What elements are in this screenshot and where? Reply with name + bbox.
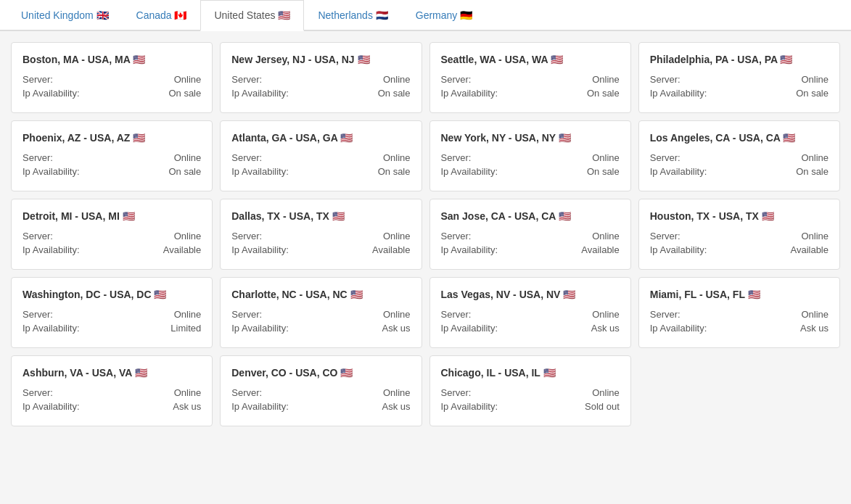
card-title: Atlanta, GA - USA, GA 🇺🇸 <box>231 132 410 144</box>
server-label: Server: <box>441 309 472 320</box>
card-ip-row: Ip Availability: Limited <box>22 323 201 334</box>
flag-icon: 🇺🇸 <box>762 210 774 222</box>
card-ip-row: Ip Availability: On sale <box>22 166 201 177</box>
server-value: Online <box>383 74 411 85</box>
server-card: Ashburn, VA - USA, VA 🇺🇸 Server: Online … <box>11 355 213 426</box>
server-value: Online <box>592 74 620 85</box>
tab-label-de: Germany 🇩🇪 <box>416 9 472 21</box>
server-value: Online <box>174 152 202 163</box>
card-ip-row: Ip Availability: Ask us <box>650 323 829 334</box>
ip-value: Ask us <box>382 401 410 412</box>
card-server-row: Server: Online <box>22 74 201 85</box>
card-title: Seattle, WA - USA, WA 🇺🇸 <box>441 54 620 65</box>
card-server-row: Server: Online <box>22 387 201 398</box>
ip-label: Ip Availability: <box>231 88 289 99</box>
server-card: Houston, TX - USA, TX 🇺🇸 Server: Online … <box>638 199 840 270</box>
ip-label: Ip Availability: <box>22 401 80 412</box>
server-label: Server: <box>441 231 472 241</box>
card-server-row: Server: Online <box>22 309 201 320</box>
flag-icon: 🇺🇸 <box>783 132 795 144</box>
ip-label: Ip Availability: <box>231 323 289 334</box>
server-label: Server: <box>22 152 53 163</box>
server-label: Server: <box>22 74 53 85</box>
ip-value: Available <box>372 244 411 255</box>
card-title: Ashburn, VA - USA, VA 🇺🇸 <box>22 367 201 379</box>
card-ip-row: Ip Availability: On sale <box>650 166 829 177</box>
card-server-row: Server: Online <box>650 231 829 241</box>
tab-uk[interactable]: United Kingdom 🇬🇧 <box>7 0 123 31</box>
server-card: Charlotte, NC - USA, NC 🇺🇸 Server: Onlin… <box>220 277 422 348</box>
server-label: Server: <box>650 74 681 85</box>
server-card: San Jose, CA - USA, CA 🇺🇸 Server: Online… <box>429 199 631 270</box>
ip-value: Ask us <box>173 401 201 412</box>
server-label: Server: <box>231 309 262 320</box>
flag-icon: 🇺🇸 <box>559 210 571 222</box>
ip-label: Ip Availability: <box>231 401 289 412</box>
card-ip-row: Ip Availability: On sale <box>22 88 201 99</box>
card-ip-row: Ip Availability: Ask us <box>22 401 201 412</box>
ip-label: Ip Availability: <box>650 88 707 99</box>
flag-icon: 🇺🇸 <box>358 54 370 65</box>
server-value: Online <box>383 309 411 320</box>
card-server-row: Server: Online <box>441 231 620 241</box>
flag-icon: 🇺🇸 <box>350 289 363 300</box>
card-ip-row: Ip Availability: Available <box>231 244 410 255</box>
card-server-row: Server: Online <box>231 309 410 320</box>
tab-nl[interactable]: Netherlands 🇳🇱 <box>304 0 401 31</box>
flag-icon: 🇺🇸 <box>123 210 135 222</box>
card-title: Philadelphia, PA - USA, PA 🇺🇸 <box>650 54 829 65</box>
card-server-row: Server: Online <box>231 152 410 163</box>
ip-value: On sale <box>378 88 411 99</box>
tab-label-ca: Canada 🇨🇦 <box>136 9 187 21</box>
card-title: Charlotte, NC - USA, NC 🇺🇸 <box>231 289 410 300</box>
server-label: Server: <box>650 231 681 241</box>
server-card: Dallas, TX - USA, TX 🇺🇸 Server: Online I… <box>220 199 422 270</box>
card-ip-row: Ip Availability: On sale <box>231 166 410 177</box>
tab-us[interactable]: United States 🇺🇸 <box>200 0 304 31</box>
server-value: Online <box>383 231 411 241</box>
server-card: Seattle, WA - USA, WA 🇺🇸 Server: Online … <box>429 42 631 113</box>
card-server-row: Server: Online <box>650 152 829 163</box>
card-ip-row: Ip Availability: Ask us <box>231 323 410 334</box>
server-card: Washington, DC - USA, DC 🇺🇸 Server: Onli… <box>11 277 213 348</box>
card-title: Boston, MA - USA, MA 🇺🇸 <box>22 54 201 65</box>
server-card: Miami, FL - USA, FL 🇺🇸 Server: Online Ip… <box>638 277 840 348</box>
server-value: Online <box>801 231 829 241</box>
server-card: Las Vegas, NV - USA, NV 🇺🇸 Server: Onlin… <box>429 277 631 348</box>
server-label: Server: <box>22 309 53 320</box>
server-card: Denver, CO - USA, CO 🇺🇸 Server: Online I… <box>220 355 422 426</box>
card-ip-row: Ip Availability: Available <box>22 244 201 255</box>
server-label: Server: <box>22 231 53 241</box>
flag-icon: 🇺🇸 <box>563 289 575 300</box>
ip-value: Sold out <box>585 401 620 412</box>
flag-icon: 🇺🇸 <box>559 132 571 144</box>
flag-icon: 🇺🇸 <box>543 367 556 379</box>
flag-icon: 🇺🇸 <box>340 132 353 144</box>
ip-value: Available <box>581 244 620 255</box>
tab-de[interactable]: Germany 🇩🇪 <box>402 0 486 31</box>
ip-value: On sale <box>587 88 620 99</box>
card-server-row: Server: Online <box>231 231 410 241</box>
card-ip-row: Ip Availability: On sale <box>231 88 410 99</box>
server-label: Server: <box>231 152 262 163</box>
ip-value: Ask us <box>800 323 829 334</box>
card-ip-row: Ip Availability: Ask us <box>231 401 410 412</box>
flag-icon: 🇺🇸 <box>551 54 563 65</box>
server-card: New Jersey, NJ - USA, NJ 🇺🇸 Server: Onli… <box>220 42 422 113</box>
server-label: Server: <box>650 152 681 163</box>
tab-label-uk: United Kingdom 🇬🇧 <box>21 9 109 21</box>
card-title: Phoenix, AZ - USA, AZ 🇺🇸 <box>22 132 201 144</box>
card-ip-row: Ip Availability: On sale <box>650 88 829 99</box>
ip-value: Available <box>790 244 829 255</box>
tab-ca[interactable]: Canada 🇨🇦 <box>123 0 201 31</box>
server-value: Online <box>174 231 202 241</box>
server-label: Server: <box>650 309 681 320</box>
card-server-row: Server: Online <box>231 74 410 85</box>
card-ip-row: Ip Availability: On sale <box>441 166 620 177</box>
card-title: Washington, DC - USA, DC 🇺🇸 <box>22 289 201 300</box>
server-value: Online <box>383 387 411 398</box>
ip-label: Ip Availability: <box>650 323 707 334</box>
server-card: Detroit, MI - USA, MI 🇺🇸 Server: Online … <box>11 199 213 270</box>
card-server-row: Server: Online <box>650 74 829 85</box>
card-server-row: Server: Online <box>22 152 201 163</box>
